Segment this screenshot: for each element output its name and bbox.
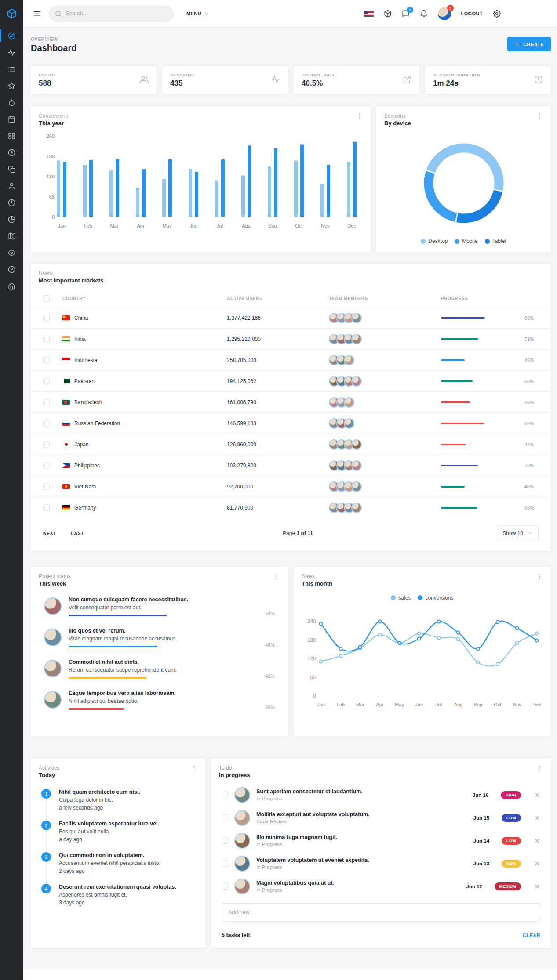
- row-checkbox[interactable]: [43, 462, 50, 469]
- sidebar-item-clock-10[interactable]: [0, 194, 23, 211]
- star-icon: [8, 82, 15, 90]
- sidebar-item-compass-0[interactable]: [0, 27, 23, 44]
- user-icon: [8, 182, 15, 190]
- todo-checkbox[interactable]: [222, 792, 228, 798]
- messages-button[interactable]: 2: [402, 10, 410, 18]
- row-checkbox[interactable]: [43, 336, 50, 342]
- page-size-select[interactable]: Show 10: [497, 525, 539, 541]
- todo-checkbox[interactable]: [222, 837, 228, 844]
- active-users: 81,770,900: [227, 497, 329, 518]
- priority-badge: MEDIUM: [495, 882, 521, 890]
- user-avatar[interactable]: 2: [438, 7, 451, 20]
- card-title: This week: [39, 580, 71, 587]
- row-checkbox[interactable]: [43, 315, 50, 321]
- apps-button[interactable]: [384, 10, 392, 18]
- row-checkbox[interactable]: [43, 483, 50, 490]
- activity-item: 2 Facilis voluptatem aspernatur iure vel…: [41, 821, 195, 843]
- sidebar-item-eye-13[interactable]: [0, 244, 23, 261]
- activity-step-number: 4: [41, 884, 51, 893]
- search-box[interactable]: [49, 6, 174, 22]
- sidebar-item-star-3[interactable]: [0, 77, 23, 94]
- legend-item-sales[interactable]: sales: [391, 595, 411, 601]
- card-menu-button[interactable]: [273, 573, 280, 581]
- sidebar-item-copy-8[interactable]: [0, 161, 23, 177]
- sales-card: Sales This month sales conversions 24018…: [294, 567, 551, 736]
- legend-item-desktop[interactable]: Desktop: [421, 238, 448, 244]
- todo-title: Illo minima fuga magnam fugit.: [256, 834, 467, 840]
- project-title: Non cumque quisquam facere necessitatibu…: [69, 597, 254, 603]
- svg-text:60: 60: [310, 674, 316, 680]
- row-checkbox[interactable]: [43, 441, 50, 448]
- legend-item-mobile[interactable]: Mobile: [455, 238, 477, 244]
- sidebar-item-list-2[interactable]: [0, 61, 23, 77]
- logout-button[interactable]: LOGOUT: [461, 11, 483, 16]
- card-menu-button[interactable]: [356, 113, 363, 121]
- search-input[interactable]: [66, 11, 168, 17]
- priority-badge: NEW: [502, 860, 521, 868]
- svg-text:Dec: Dec: [347, 223, 356, 228]
- charts-row: Conversions This year 260195130650JanFeb…: [31, 106, 551, 252]
- sidebar-item-help-14[interactable]: [0, 261, 23, 278]
- remove-task-button[interactable]: [534, 838, 540, 844]
- card-menu-button[interactable]: [536, 113, 543, 121]
- sidebar-item-calendar-5[interactable]: [0, 111, 23, 127]
- activity-time: 2 days ago: [59, 868, 160, 874]
- card-menu-button[interactable]: [191, 765, 197, 773]
- remove-task-button[interactable]: [534, 883, 540, 890]
- avatar: [234, 810, 250, 826]
- sidebar-item-clock-7[interactable]: [0, 144, 23, 161]
- page-header: OVERVIEW Dashboard CREATE: [31, 37, 551, 53]
- activity-icon: [8, 49, 15, 56]
- copy-icon: [8, 166, 15, 173]
- next-page-button[interactable]: NEXT: [43, 531, 56, 536]
- sidebar-item-droplet-4[interactable]: [0, 94, 23, 111]
- country-name: Pakistan: [74, 378, 95, 384]
- help-icon: [8, 266, 15, 273]
- app-logo[interactable]: [0, 0, 23, 27]
- row-checkbox[interactable]: [43, 357, 50, 363]
- sidebar-item-home-15[interactable]: [0, 278, 23, 294]
- svg-text:Oct: Oct: [494, 702, 501, 707]
- kebab-icon: [536, 765, 543, 771]
- sidebar-item-pie-11[interactable]: [0, 211, 23, 228]
- remove-task-button[interactable]: [534, 792, 540, 798]
- clear-tasks-button[interactable]: CLEAR: [523, 933, 540, 938]
- row-checkbox[interactable]: [43, 504, 50, 511]
- language-flag-button[interactable]: [364, 11, 374, 17]
- legend-item-conversions[interactable]: conversions: [418, 595, 453, 601]
- svg-text:260: 260: [47, 134, 55, 139]
- todo-checkbox[interactable]: [222, 814, 228, 821]
- create-button[interactable]: CREATE: [507, 37, 551, 51]
- last-page-button[interactable]: LAST: [71, 531, 84, 536]
- menu-dropdown[interactable]: MENU: [186, 11, 209, 17]
- card-menu-button[interactable]: [536, 765, 543, 773]
- row-checkbox[interactable]: [43, 399, 50, 405]
- remove-task-button[interactable]: [534, 815, 540, 821]
- row-checkbox[interactable]: [43, 378, 50, 384]
- sidebar-item-user-9[interactable]: [0, 177, 23, 194]
- todo-item: Mollitia excepturi aut voluptate volupta…: [222, 810, 540, 826]
- row-checkbox[interactable]: [43, 420, 50, 427]
- activity-title: Qui commodi non in voluptatem.: [59, 852, 160, 858]
- conversions-bar-chart: 260195130650JanFebMarAprMayJunJulAugSepO…: [31, 127, 371, 236]
- todo-checkbox[interactable]: [222, 883, 228, 890]
- notifications-button[interactable]: [420, 10, 428, 18]
- remove-task-button[interactable]: [534, 861, 540, 867]
- add-task-input[interactable]: [222, 903, 540, 922]
- active-users: 92,700,000: [227, 476, 329, 497]
- hamburger-menu-button[interactable]: [29, 6, 44, 21]
- legend-item-tablet[interactable]: Tablet: [485, 238, 506, 244]
- sidebar-item-map-12[interactable]: [0, 228, 23, 244]
- progress-bar: [441, 486, 494, 488]
- svg-text:Mar: Mar: [356, 702, 364, 707]
- todo-checkbox[interactable]: [222, 860, 228, 867]
- avatar: [344, 397, 354, 408]
- card-menu-button[interactable]: [536, 573, 543, 581]
- settings-button[interactable]: [493, 10, 501, 18]
- sidebar-item-grid-6[interactable]: [0, 127, 23, 144]
- select-all-checkbox[interactable]: [43, 295, 50, 302]
- active-users: 1,295,210,000: [227, 329, 329, 350]
- kebab-icon: [273, 573, 280, 580]
- table-row: Viet Nam 92,700,000 45%: [31, 476, 551, 497]
- sidebar-item-activity-1[interactable]: [0, 44, 23, 61]
